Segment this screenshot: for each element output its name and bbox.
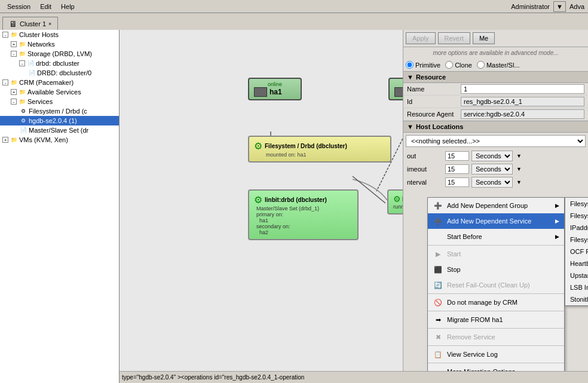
service-fs-label: Filesystem / Drbd (dbcluster) bbox=[265, 143, 347, 149]
menu-item-label: Do not manage by CRM bbox=[447, 299, 517, 306]
sidebar-item-crm[interactable]: - 📁 CRM (Pacemaker) bbox=[0, 78, 119, 87]
service-linbit-header: ⚙ linbit:drbd (dbcluster) bbox=[254, 194, 353, 206]
cluster-tab[interactable]: 🖥 Cluster 1 × bbox=[2, 17, 58, 30]
sidebar-label: DRBD: dbcluster/0 bbox=[37, 69, 91, 76]
radio-primitive[interactable]: Primitive bbox=[406, 61, 440, 69]
me-btn[interactable]: Me bbox=[473, 32, 495, 44]
sidebar-item-cluster-hosts[interactable]: - 📁 Cluster Hosts bbox=[0, 30, 119, 39]
sidebar-item-hgdb[interactable]: ⚙ hgdb-se2.0.4 (1) bbox=[0, 116, 119, 125]
admin-dropdown-btn[interactable]: ▼ bbox=[553, 1, 566, 12]
sidebar-item-storage[interactable]: - 📁 Storage (DRBD, LVM) bbox=[0, 49, 119, 59]
menu-edit[interactable]: Edit bbox=[35, 2, 56, 11]
scroll-arrow[interactable]: ▼ bbox=[516, 166, 522, 172]
radio-clone[interactable]: Clone bbox=[445, 61, 472, 69]
ops-input-out[interactable] bbox=[445, 151, 469, 161]
service-linbit-info: Master/Slave Set (drbd_1) primary on: ha… bbox=[254, 206, 353, 235]
arrow-icon: ▶ bbox=[555, 218, 559, 224]
submenu-ipaddr2[interactable]: IPaddr2 bbox=[565, 222, 588, 234]
service-fs-sub: mounted on: ha1 bbox=[254, 152, 385, 158]
submenu-fs[interactable]: Filesystem bbox=[565, 234, 588, 246]
expander[interactable]: + bbox=[11, 89, 17, 95]
radio-clone-label: Clone bbox=[455, 62, 472, 69]
no-manage-icon: 🚫 bbox=[433, 297, 443, 308]
arrow-icon: ▶ bbox=[555, 203, 559, 209]
apply-btn[interactable]: Apply bbox=[406, 32, 436, 44]
menu-no-manage[interactable]: 🚫 Do not manage by CRM bbox=[428, 295, 564, 310]
expander[interactable]: + bbox=[2, 137, 8, 143]
expander[interactable]: - bbox=[2, 79, 8, 85]
scroll-arrow[interactable]: ▼ bbox=[516, 179, 522, 185]
menu-start: ▶ Start bbox=[428, 246, 564, 262]
service-icon: ⚙ bbox=[254, 140, 262, 152]
ops-input-timeout[interactable] bbox=[445, 164, 469, 174]
submenu-ocf[interactable]: OCF Resource Agents ▶ bbox=[565, 246, 588, 258]
submenu-label: Filesystem + drbddisk (obsolete) bbox=[570, 212, 588, 219]
submenu-fs-linbit[interactable]: Filesystem + Linbit:DRBD ▶ bbox=[565, 198, 588, 210]
service-linbit[interactable]: ⚙ linbit:drbd (dbcluster) Master/Slave S… bbox=[248, 189, 359, 240]
radio-master-label: Master/Sl... bbox=[486, 62, 520, 69]
reset-icon: 🔄 bbox=[433, 280, 443, 290]
menu-add-group[interactable]: ➕ Add New Dependent Group ▶ bbox=[428, 198, 564, 213]
menu-view-log[interactable]: 📋 View Service Log bbox=[428, 347, 564, 362]
folder-icon: 📁 bbox=[10, 30, 18, 39]
menu-stop[interactable]: ⬛ Stop bbox=[428, 262, 564, 277]
sidebar-item-fs-drbd[interactable]: ⚙ Filesystem / Drbd (c bbox=[0, 106, 119, 116]
sidebar-label: Filesystem / Drbd (c bbox=[29, 108, 87, 115]
sidebar-item-vms[interactable]: + 📁 VMs (KVM, Xen) bbox=[0, 135, 119, 145]
field-name-input[interactable] bbox=[461, 84, 584, 94]
radio-primitive-label: Primitive bbox=[415, 62, 440, 69]
submenu-heartbeat[interactable]: Heartbeat 1 RAs (deprecated) ▶ bbox=[565, 258, 588, 269]
submenu-label: OCF Resource Agents bbox=[570, 248, 588, 255]
host-select[interactable]: <<nothing selected...>> bbox=[406, 135, 586, 147]
folder-icon: 📁 bbox=[10, 78, 18, 87]
submenu-stonith[interactable]: Stonith Devices bbox=[565, 293, 588, 305]
section-arrow: ▼ bbox=[407, 123, 414, 130]
ops-unit-timeout[interactable]: Seconds bbox=[471, 164, 513, 174]
submenu-lsb[interactable]: LSB Init Scripts bbox=[565, 281, 588, 293]
radio-primitive-input[interactable] bbox=[406, 61, 414, 69]
item-icon: 📄 bbox=[27, 69, 36, 77]
menu-migrate[interactable]: ➡ Migrate FROM ha1 bbox=[428, 312, 564, 327]
menu-add-service[interactable]: ➕ Add New Dependent Service ▶ bbox=[428, 213, 564, 229]
tab-bar: 🖥 Cluster 1 × bbox=[0, 13, 588, 30]
folder-icon: 📁 bbox=[18, 40, 26, 48]
resource-section-header: ▼ Resource bbox=[403, 71, 588, 83]
ops-unit-out[interactable]: Seconds bbox=[471, 151, 513, 161]
scroll-arrow[interactable]: ▼ bbox=[516, 153, 522, 159]
sidebar-item-drbd2[interactable]: 📄 DRBD: dbcluster/0 bbox=[0, 68, 119, 78]
radio-master[interactable]: Master/Sl... bbox=[477, 61, 520, 69]
sidebar-label: CRM (Pacemaker) bbox=[19, 79, 74, 86]
service-fs-drbd[interactable]: ⚙ Filesystem / Drbd (dbcluster) mounted … bbox=[248, 136, 391, 163]
sidebar-item-drbd[interactable]: - 📄 drbd: dbcluster bbox=[0, 59, 119, 68]
cluster-tab-close[interactable]: × bbox=[48, 21, 51, 27]
sidebar-item-avail[interactable]: + 📁 Available Services bbox=[0, 87, 119, 97]
expander[interactable]: + bbox=[11, 41, 17, 47]
log-icon: 📋 bbox=[433, 349, 443, 360]
submenu-upstart[interactable]: Upstart/Systemd Scripts ▶ bbox=[565, 269, 588, 281]
menu-more-options[interactable]: More Migration Options bbox=[428, 364, 564, 371]
menu-start-before[interactable]: Start Before ▶ bbox=[428, 229, 564, 244]
submenu-fs-drbd[interactable]: Filesystem + drbddisk (obsolete) ▶ bbox=[565, 210, 588, 222]
expander[interactable]: - bbox=[19, 60, 25, 66]
ops-input-interval[interactable] bbox=[445, 177, 469, 187]
cluster-tab-icon: 🖥 bbox=[9, 19, 17, 29]
node-ha1[interactable]: online ha1 bbox=[248, 78, 302, 100]
folder-icon: 📁 bbox=[10, 136, 18, 144]
field-name-label: Name bbox=[407, 85, 461, 93]
menu-help[interactable]: Help bbox=[56, 2, 79, 11]
ha1-name: ha1 bbox=[254, 87, 296, 97]
radio-master-input[interactable] bbox=[477, 61, 485, 69]
menu-session[interactable]: Session bbox=[2, 2, 35, 11]
expander[interactable]: - bbox=[11, 51, 17, 57]
sidebar-item-services[interactable]: - 📁 Services bbox=[0, 97, 119, 106]
revert-btn[interactable]: Revert bbox=[438, 32, 470, 44]
ops-unit-interval[interactable]: Seconds bbox=[471, 177, 513, 188]
radio-clone-input[interactable] bbox=[445, 61, 453, 69]
expander[interactable]: - bbox=[11, 99, 17, 105]
expander[interactable]: - bbox=[2, 32, 8, 38]
sidebar-label: Master/Slave Set (dr bbox=[29, 127, 88, 134]
sidebar-item-networks[interactable]: + 📁 Networks bbox=[0, 39, 119, 49]
host-section-header: ▼ Host Locations bbox=[403, 121, 588, 133]
sidebar-item-master-slave[interactable]: 📄 Master/Slave Set (dr bbox=[0, 125, 119, 135]
menu-item-label: Reset Fail-Count (Clean Up) bbox=[447, 281, 530, 289]
